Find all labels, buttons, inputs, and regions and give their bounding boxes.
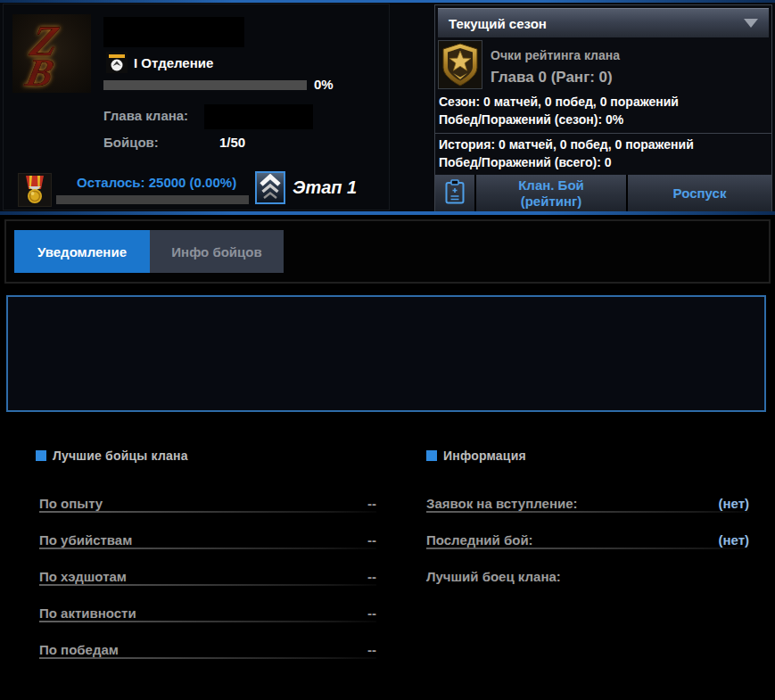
tab-notification[interactable]: Уведомление: [14, 230, 150, 273]
tab-bar: Уведомление Инфо бойцов: [4, 219, 771, 284]
stage-progress-bar: [56, 195, 249, 204]
disband-clan-button[interactable]: Роспуск: [628, 175, 771, 212]
rating-rank-value: Глава 0 (Ранг: 0): [491, 69, 613, 86]
information-list: Заявок на вступление: (нет) Последний бо…: [426, 487, 749, 597]
notification-content-box[interactable]: [6, 295, 766, 412]
clan-page: Z B I Отделение 0% Глава клана: Бойцов: …: [0, 0, 775, 700]
best-fighters-header: Лучшие бойцы клана: [36, 449, 188, 463]
stat-value: --: [367, 642, 376, 657]
list-item: По убийствам --: [39, 523, 376, 548]
stage-chevrons-icon[interactable]: [255, 171, 285, 204]
list-item: По победам --: [39, 633, 376, 657]
clan-emblem: Z B: [12, 14, 91, 93]
best-fighters-title: Лучшие бойцы клана: [53, 449, 188, 463]
clan-name-redacted: [103, 17, 244, 47]
members-count: 1/50: [219, 135, 245, 150]
clan-log-button[interactable]: [435, 175, 474, 212]
list-item: По опыту --: [39, 487, 376, 511]
information-title: Информация: [443, 449, 526, 463]
section-bullet-icon: [426, 450, 437, 461]
season-selector-dropdown[interactable]: Текущий сезон: [438, 8, 769, 37]
history-winrate-line: Побед/Поражений (всего): 0: [439, 155, 612, 169]
members-label: Бойцов:: [103, 135, 159, 150]
row-divider: [426, 511, 749, 513]
season-winrate-line: Побед/Поражений (сезон): 0%: [439, 112, 623, 127]
stat-label: По опыту: [39, 496, 103, 511]
clan-battle-button-line2: (рейтинг): [521, 194, 582, 210]
stage-label: Этап 1: [293, 177, 357, 198]
stat-value: --: [367, 532, 376, 548]
disband-button-label: Роспуск: [673, 185, 727, 202]
row-divider: [426, 584, 749, 586]
clan-header-section: Z B I Отделение 0% Глава клана: Бойцов: …: [0, 3, 775, 211]
stat-label: По активности: [39, 605, 136, 621]
best-fighters-list: По опыту -- По убийствам -- По хэдшотам …: [39, 487, 376, 670]
list-item: Последний бой: (нет): [426, 523, 749, 548]
clan-level-progress-bar: [103, 80, 307, 90]
list-item: По хэдшотам --: [39, 560, 376, 584]
points-remaining-label: Осталось: 25000 (0.00%): [77, 175, 236, 190]
chevron-down-icon: [744, 19, 758, 28]
stat-label: Заявок на вступление:: [426, 496, 578, 511]
medal-icon: [18, 173, 52, 207]
history-stats-line: История: 0 матчей, 0 побед, 0 поражений: [439, 137, 694, 152]
clan-rating-badge-icon: [438, 40, 482, 89]
season-selector-label: Текущий сезон: [449, 16, 547, 31]
list-item: Лучший боец клана:: [426, 560, 749, 584]
row-divider: [39, 584, 376, 586]
stats-divider: [435, 133, 771, 134]
list-item: По активности --: [39, 597, 376, 621]
season-stats-panel: Текущий сезон Очки рейтинга клана: [434, 4, 772, 213]
stat-value: --: [367, 605, 376, 621]
row-divider: [39, 548, 376, 549]
clan-level-progress-value: 0%: [314, 77, 334, 92]
clan-info-panel: Z B I Отделение 0% Глава клана: Бойцов: …: [3, 4, 390, 210]
join-requests-value[interactable]: (нет): [718, 496, 749, 511]
clipboard-plus-icon: [445, 179, 465, 208]
tab-fighters-info[interactable]: Инфо бойцов: [150, 230, 284, 273]
stat-value: --: [367, 569, 376, 584]
row-divider: [426, 548, 749, 549]
list-item: Заявок на вступление: (нет): [426, 487, 749, 511]
row-divider: [39, 511, 376, 513]
row-divider: [39, 657, 376, 659]
stat-label: По убийствам: [39, 532, 132, 548]
clan-battle-rating-button[interactable]: Клан. Бой (рейтинг): [476, 175, 626, 212]
clan-battle-button-line1: Клан. Бой: [518, 177, 584, 194]
squad-rank-icon: [106, 52, 128, 73]
season-actions-row: Клан. Бой (рейтинг) Роспуск: [435, 175, 771, 212]
clan-leader-name-redacted: [204, 104, 313, 129]
squad-level-label: I Отделение: [134, 55, 213, 70]
row-divider: [39, 621, 376, 622]
stat-value: --: [367, 496, 376, 511]
stat-label: По победам: [39, 642, 119, 657]
last-battle-value[interactable]: (нет): [718, 532, 749, 548]
section-bullet-icon: [36, 450, 46, 461]
clan-leader-label: Глава клана:: [103, 108, 188, 123]
svg-text:B: B: [21, 50, 58, 93]
stat-label: Последний бой:: [426, 532, 533, 548]
stat-label: Лучший боец клана:: [426, 569, 561, 584]
season-stats-line: Сезон: 0 матчей, 0 побед, 0 поражений: [439, 95, 679, 109]
information-header: Информация: [426, 449, 526, 463]
section-divider: [0, 211, 775, 215]
rating-points-title: Очки рейтинга клана: [491, 48, 620, 62]
stat-label: По хэдшотам: [39, 569, 127, 584]
